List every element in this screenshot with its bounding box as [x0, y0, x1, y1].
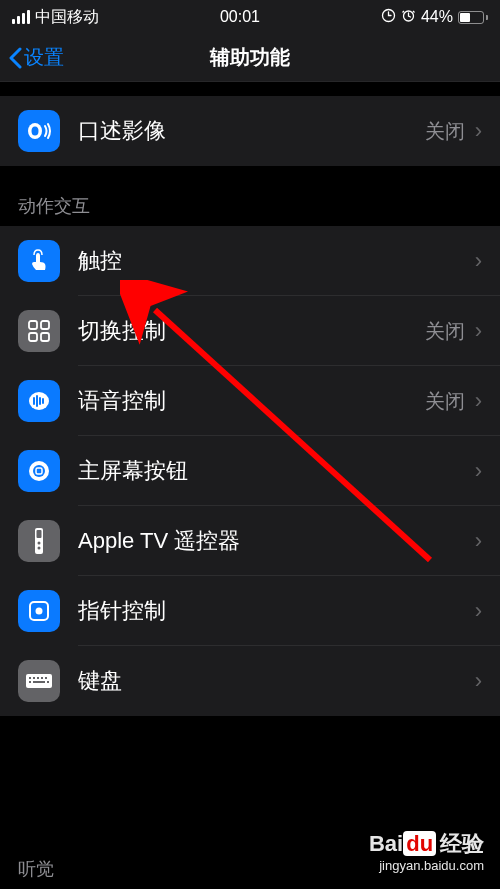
status-right: 44% — [381, 8, 488, 27]
row-switch-control[interactable]: 切换控制 关闭 › — [0, 296, 500, 366]
svg-point-15 — [38, 547, 41, 550]
row-label: 触控 — [78, 246, 475, 276]
svg-rect-5 — [41, 321, 49, 329]
row-label: 主屏幕按钮 — [78, 456, 475, 486]
settings-group-vision: 口述影像 关闭 › — [0, 96, 500, 166]
watermark: Baidu 经验 jingyan.baidu.com — [369, 830, 484, 875]
row-value: 关闭 — [425, 118, 465, 145]
svg-point-14 — [38, 542, 41, 545]
orientation-lock-icon — [381, 8, 396, 27]
chevron-right-icon: › — [475, 668, 482, 694]
svg-point-17 — [36, 608, 43, 615]
row-value: 关闭 — [425, 318, 465, 345]
svg-rect-6 — [29, 333, 37, 341]
switch-control-icon — [18, 310, 60, 352]
svg-rect-26 — [47, 681, 49, 683]
voice-control-icon — [18, 380, 60, 422]
svg-point-10 — [33, 465, 45, 477]
touch-icon — [18, 240, 60, 282]
svg-rect-23 — [45, 677, 47, 679]
chevron-right-icon: › — [475, 528, 482, 554]
chevron-right-icon: › — [475, 248, 482, 274]
pointer-control-icon — [18, 590, 60, 632]
chevron-right-icon: › — [475, 598, 482, 624]
back-button[interactable]: 设置 — [8, 44, 64, 71]
svg-rect-19 — [29, 677, 31, 679]
row-label: 语音控制 — [78, 386, 425, 416]
chevron-right-icon: › — [475, 458, 482, 484]
row-audio-description[interactable]: 口述影像 关闭 › — [0, 96, 500, 166]
chevron-right-icon: › — [475, 388, 482, 414]
signal-icon — [12, 10, 30, 24]
apple-tv-remote-icon — [18, 520, 60, 562]
carrier-label: 中国移动 — [35, 7, 99, 28]
row-label: 切换控制 — [78, 316, 425, 346]
row-label: 指针控制 — [78, 596, 475, 626]
svg-rect-13 — [37, 530, 42, 538]
row-label: 口述影像 — [78, 116, 425, 146]
row-value: 关闭 — [425, 388, 465, 415]
row-touch[interactable]: 触控 › — [0, 226, 500, 296]
battery-percent: 44% — [421, 8, 453, 26]
watermark-brand: Bai — [369, 831, 403, 856]
row-apple-tv-remote[interactable]: Apple TV 遥控器 › — [0, 506, 500, 576]
svg-rect-7 — [41, 333, 49, 341]
svg-point-3 — [32, 127, 39, 136]
alarm-icon — [401, 8, 416, 27]
status-time: 00:01 — [220, 8, 260, 26]
watermark-url: jingyan.baidu.com — [369, 858, 484, 875]
row-label: 键盘 — [78, 666, 475, 696]
row-keyboard[interactable]: 键盘 › — [0, 646, 500, 716]
row-voice-control[interactable]: 语音控制 关闭 › — [0, 366, 500, 436]
battery-icon — [458, 11, 488, 24]
status-left: 中国移动 — [12, 7, 99, 28]
page-title: 辅助功能 — [210, 44, 290, 71]
status-bar: 中国移动 00:01 44% — [0, 0, 500, 34]
svg-rect-4 — [29, 321, 37, 329]
settings-group-interaction: 触控 › 切换控制 关闭 › 语音控制 关闭 › 主屏幕按钮 › Apple T… — [0, 226, 500, 716]
row-home-button[interactable]: 主屏幕按钮 › — [0, 436, 500, 506]
chevron-left-icon — [8, 47, 22, 69]
svg-rect-21 — [37, 677, 39, 679]
svg-rect-24 — [29, 681, 31, 683]
row-pointer-control[interactable]: 指针控制 › — [0, 576, 500, 646]
svg-rect-25 — [33, 681, 45, 683]
chevron-right-icon: › — [475, 118, 482, 144]
audio-description-icon — [18, 110, 60, 152]
svg-rect-20 — [33, 677, 35, 679]
back-label: 设置 — [24, 44, 64, 71]
section-header-interaction: 动作交互 — [0, 166, 500, 226]
keyboard-icon — [18, 660, 60, 702]
row-label: Apple TV 遥控器 — [78, 526, 475, 556]
home-button-icon — [18, 450, 60, 492]
svg-rect-22 — [41, 677, 43, 679]
nav-bar: 设置 辅助功能 — [0, 34, 500, 82]
chevron-right-icon: › — [475, 318, 482, 344]
